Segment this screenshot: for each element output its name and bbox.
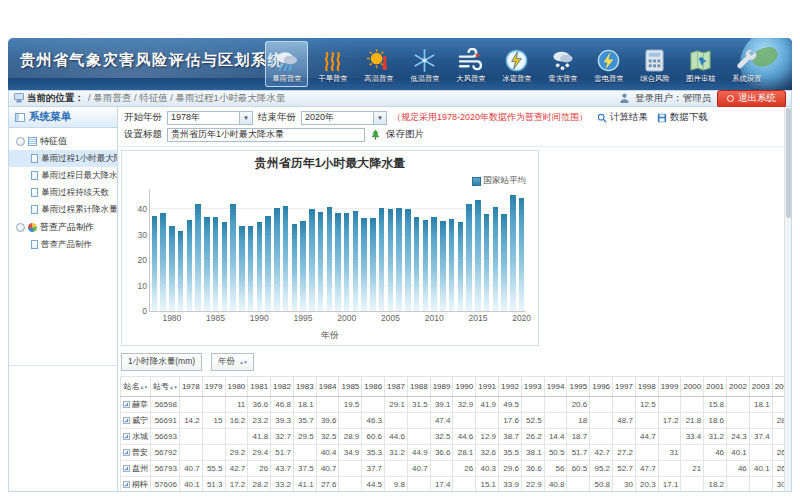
value-field-selector[interactable]: 1小时降水量(mm): [121, 353, 202, 371]
sort-icons[interactable]: ▲▼: [239, 359, 247, 365]
col-year-2001[interactable]: 2001: [704, 377, 727, 397]
table-row[interactable]: 威宁5669114.21516.223.239.335.739.646.347.…: [121, 413, 793, 429]
col-year-1990[interactable]: 1990: [453, 377, 476, 397]
col-year-1982[interactable]: 1982: [271, 377, 294, 397]
col-year-1986[interactable]: 1986: [362, 377, 385, 397]
calculate-button[interactable]: 计算结果: [597, 111, 648, 124]
value-cell: 36.6: [430, 445, 453, 461]
expand-icon[interactable]: [123, 481, 130, 488]
scrollbar-thumb[interactable]: [786, 108, 791, 218]
value-cell: 41.8: [248, 429, 271, 445]
col-year-1988[interactable]: 1988: [407, 377, 430, 397]
col-year-1979[interactable]: 1979: [202, 377, 225, 397]
breadcrumb-path[interactable]: / 暴雨普查 / 特征值 / 暴雨过程1小时最大降水量: [88, 92, 285, 105]
col-station-id[interactable]: 站号▲▼: [151, 377, 180, 397]
col-year-1998[interactable]: 1998: [635, 377, 658, 397]
nav-item-settings[interactable]: 系统设置: [725, 41, 768, 87]
col-year-2002[interactable]: 2002: [727, 377, 750, 397]
chevron-down-icon[interactable]: ▼: [373, 112, 386, 124]
col-year-1980[interactable]: 1980: [225, 377, 248, 397]
thunder-icon: [596, 48, 621, 73]
sort-icons[interactable]: ▲▼: [140, 384, 148, 390]
expand-icon[interactable]: [123, 465, 130, 472]
table-row[interactable]: 盘州5679340.755.542.72643.737.540.737.740.…: [121, 461, 793, 477]
expand-icon[interactable]: [123, 433, 130, 440]
col-year-1997[interactable]: 1997: [613, 377, 636, 397]
col-year-2000[interactable]: 2000: [681, 377, 704, 397]
table-row[interactable]: 水城5669341.832.729.532.528.960.644.632.54…: [121, 429, 793, 445]
value-cell: [179, 429, 202, 445]
year-field-selector[interactable]: 年份 ▲▼: [211, 353, 254, 371]
value-cell: 17.1: [658, 477, 681, 493]
value-cell: 18.1: [749, 397, 772, 413]
vertical-scrollbar[interactable]: [784, 107, 791, 491]
col-year-1995[interactable]: 1995: [567, 377, 590, 397]
col-year-1981[interactable]: 1981: [248, 377, 271, 397]
value-cell: 36.6: [248, 397, 271, 413]
tree-item-label: 暴雨过程持续天数: [41, 187, 109, 199]
nav-item-thunder[interactable]: 雷电普查: [587, 41, 630, 87]
chart-plot: 0102030401980198519901995200020052010201…: [149, 189, 526, 312]
table-row[interactable]: 赫章565981136.646.818.119.529.131.539.132.…: [121, 397, 793, 413]
nav-item-cold[interactable]: 低温普查: [403, 41, 446, 87]
logout-button[interactable]: 退出系统: [717, 90, 786, 108]
sort-icons[interactable]: ▲▼: [169, 384, 177, 390]
download-button[interactable]: 数据下载: [657, 111, 708, 124]
bar-2007: [405, 209, 411, 311]
start-year-select[interactable]: 1978年 ▼: [167, 111, 253, 125]
expand-icon[interactable]: [123, 401, 130, 408]
value-cell: [362, 397, 385, 413]
collapse-panel-icon[interactable]: [15, 113, 25, 122]
nav-item-hail[interactable]: 冰雹普查: [495, 41, 538, 87]
col-year-2003[interactable]: 2003: [749, 377, 772, 397]
nav-item-snow[interactable]: 雪灾普查: [541, 41, 584, 87]
nav-item-heat[interactable]: 高温普查: [357, 41, 400, 87]
col-year-1984[interactable]: 1984: [316, 377, 339, 397]
tree-item[interactable]: 普查产品制作: [9, 236, 117, 253]
tree-group[interactable]: 普查产品制作: [9, 218, 117, 236]
list-icon: [28, 137, 37, 146]
end-year-select[interactable]: 2020年 ▼: [301, 111, 387, 125]
chart-title-input[interactable]: [167, 128, 365, 142]
tree-item[interactable]: 暴雨过程1小时最大降水量: [9, 150, 117, 167]
value-cell: 39.6: [316, 413, 339, 429]
value-cell: [476, 413, 499, 429]
col-year-1991[interactable]: 1991: [476, 377, 499, 397]
nav-item-rain[interactable]: 暴雨普查: [265, 41, 308, 87]
nav-item-label: 冰雹普查: [502, 73, 531, 83]
col-year-1987[interactable]: 1987: [385, 377, 408, 397]
col-year-1985[interactable]: 1985: [339, 377, 362, 397]
document-icon: [31, 188, 38, 197]
tree-item[interactable]: 暴雨过程持续天数: [9, 184, 117, 201]
tree-group[interactable]: 特征值: [9, 132, 117, 150]
x-axis-label: 年份: [321, 329, 339, 342]
col-year-1992[interactable]: 1992: [499, 377, 522, 397]
expand-icon[interactable]: [123, 449, 130, 456]
tree-item[interactable]: 暴雨过程日最大降水量: [9, 167, 117, 184]
nav-item-drought[interactable]: 干旱普查: [311, 41, 354, 87]
col-year-1993[interactable]: 1993: [521, 377, 544, 397]
nav-item-map[interactable]: 图件审核: [679, 41, 722, 87]
col-year-1994[interactable]: 1994: [544, 377, 567, 397]
save-image-button[interactable]: 保存图片: [386, 128, 424, 141]
nav-item-label: 图件审核: [686, 73, 715, 83]
nav-item-wind[interactable]: 大风普查: [449, 41, 492, 87]
nav-item-risk[interactable]: 综合风险: [633, 41, 676, 87]
value-cell: [316, 397, 339, 413]
chevron-down-icon[interactable]: ▼: [239, 112, 252, 124]
table-row[interactable]: 桐梓5760640.151.317.228.233.241.127.644.59…: [121, 477, 793, 493]
value-cell: 23.2: [248, 413, 271, 429]
col-year-1996[interactable]: 1996: [590, 377, 613, 397]
value-cell: 26.2: [521, 429, 544, 445]
col-year-1989[interactable]: 1989: [430, 377, 453, 397]
collapse-icon[interactable]: [16, 223, 25, 232]
expand-icon[interactable]: [123, 417, 130, 424]
col-station-name[interactable]: 站名▲▼: [121, 377, 151, 397]
value-cell: 44.6: [385, 429, 408, 445]
table-row[interactable]: 普安5679229.229.451.740.434.935.331.244.93…: [121, 445, 793, 461]
collapse-icon[interactable]: [16, 137, 25, 146]
col-year-1983[interactable]: 1983: [293, 377, 316, 397]
tree-item[interactable]: 暴雨过程累计降水量: [9, 201, 117, 218]
col-year-1999[interactable]: 1999: [658, 377, 681, 397]
col-year-1978[interactable]: 1978: [179, 377, 202, 397]
